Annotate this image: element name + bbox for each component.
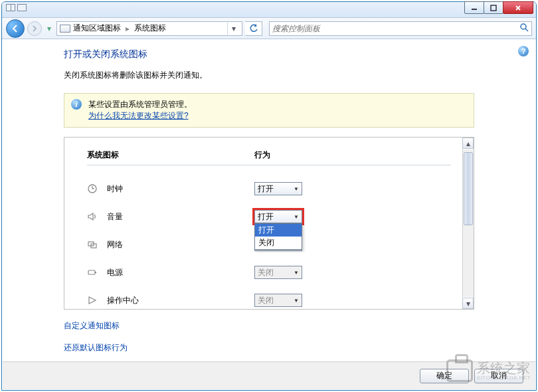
address-dropdown-icon[interactable]: ▾ (227, 21, 239, 36)
restore-defaults-link[interactable]: 还原默认图标行为 (64, 342, 474, 353)
cancel-button[interactable]: 取消 (474, 369, 523, 383)
dropdown-menu[interactable]: 打开关闭 (254, 223, 302, 250)
address-bar[interactable]: 通知区域图标 ▸ 系统图标 ▾ (56, 21, 242, 36)
row-label: 音量 (107, 211, 254, 223)
svg-rect-12 (95, 272, 96, 273)
content-area: ? 打开或关闭系统图标 关闭系统图标将删除该图标并关闭通知。 i 某些设置由系统… (3, 41, 535, 361)
search-box[interactable] (269, 21, 532, 36)
minimize-button[interactable] (464, 1, 484, 14)
header-system-icon: 系统图标 (87, 149, 254, 161)
ok-button[interactable]: 确定 (420, 369, 469, 383)
back-button[interactable] (6, 19, 25, 38)
addressbar-icon (60, 25, 70, 33)
row-label: 操作中心 (107, 295, 254, 306)
behavior-dropdown[interactable]: 打开▼ (254, 210, 302, 223)
row-icon (87, 239, 107, 250)
admin-notice-link[interactable]: 为什么我无法更改某些设置? (88, 111, 189, 120)
scroll-up-icon[interactable]: ▴ (462, 138, 474, 149)
breadcrumb-item[interactable]: 系统图标 (134, 23, 166, 34)
setting-row: 电源关闭▼ (87, 258, 451, 286)
search-input[interactable] (272, 24, 519, 33)
setting-row: 操作中心关闭▼ (87, 286, 451, 314)
svg-line-5 (525, 29, 528, 31)
dropdown-option[interactable]: 关闭 (255, 237, 302, 249)
setting-row: 时钟打开▼ (87, 175, 451, 203)
row-label: 电源 (107, 267, 254, 278)
help-icon[interactable]: ? (518, 46, 529, 56)
forward-button[interactable] (27, 21, 42, 36)
settings-table: 系统图标 行为 时钟打开▼音量打开▼打开关闭网络打开▼电源关闭▼操作中心关闭▼ … (64, 137, 474, 310)
setting-row: 音量打开▼打开关闭 (87, 203, 451, 231)
chevron-down-icon: ▼ (294, 186, 299, 192)
scroll-down-icon[interactable]: ▾ (462, 298, 474, 309)
refresh-button[interactable] (245, 21, 262, 36)
row-icon (87, 211, 107, 222)
behavior-dropdown[interactable]: 打开▼ (254, 182, 302, 195)
row-label: 时钟 (107, 183, 254, 195)
breadcrumb-separator-icon: ▸ (126, 24, 130, 33)
button-bar: 确定 取消 (3, 361, 535, 389)
admin-notice: i 某些设置由系统管理员管理。 为什么我无法更改某些设置? (64, 93, 474, 128)
svg-rect-11 (88, 270, 95, 274)
scroll-thumb[interactable] (464, 152, 473, 225)
admin-notice-text: 某些设置由系统管理员管理。 (88, 100, 192, 109)
behavior-dropdown: 关闭▼ (254, 266, 302, 279)
info-icon: i (71, 99, 82, 110)
scrollbar[interactable]: ▴ ▾ (462, 149, 474, 297)
svg-rect-1 (491, 5, 496, 11)
row-label: 网络 (107, 239, 254, 250)
dropdown-option[interactable]: 打开 (255, 224, 302, 237)
row-icon (87, 295, 107, 306)
page-title: 打开或关闭系统图标 (64, 49, 474, 60)
titlebar-icon (6, 4, 27, 11)
maximize-button[interactable] (484, 1, 503, 14)
header-action: 行为 (254, 149, 270, 161)
row-icon (87, 267, 107, 278)
behavior-dropdown: 关闭▼ (254, 294, 302, 307)
close-button[interactable] (503, 1, 533, 14)
search-icon[interactable] (519, 23, 529, 34)
row-icon (87, 183, 107, 194)
chevron-down-icon: ▼ (294, 298, 299, 304)
svg-point-4 (521, 24, 526, 29)
chevron-down-icon: ▼ (294, 214, 299, 220)
page-subtitle: 关闭系统图标将删除该图标并关闭通知。 (64, 70, 474, 81)
navigation-bar: ▾ 通知区域图标 ▸ 系统图标 ▾ (2, 18, 536, 39)
titlebar (2, 2, 536, 18)
history-dropdown-icon[interactable]: ▾ (45, 19, 54, 38)
breadcrumb-item[interactable]: 通知区域图标 (73, 23, 121, 34)
chevron-down-icon: ▼ (294, 270, 299, 276)
